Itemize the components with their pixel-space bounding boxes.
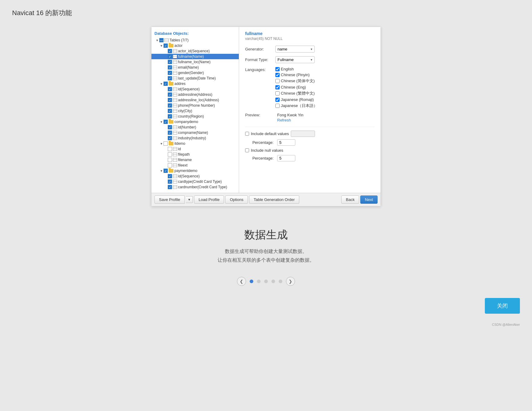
- default-percentage-input[interactable]: [277, 139, 295, 146]
- include-null-checkbox[interactable]: [245, 148, 249, 152]
- tree-checkbox-cardtype[interactable]: ✓: [168, 180, 172, 184]
- tree-checkbox-addressline_loc[interactable]: ✓: [168, 98, 172, 102]
- format-type-select[interactable]: Fullname: [275, 56, 315, 63]
- lang-checkbox-lang-english[interactable]: [275, 67, 280, 71]
- tree-arrow-companydemo: ▼: [160, 120, 164, 124]
- pagination-next-arrow[interactable]: ❯: [286, 277, 295, 286]
- tree-arrow-actor: ▼: [160, 44, 164, 47]
- tree-checkbox-pay_id[interactable]: ✓: [168, 174, 172, 178]
- include-default-checkbox[interactable]: [245, 132, 249, 136]
- table-icon-city: [173, 109, 177, 113]
- lang-checkbox-lang-chinese-traditional[interactable]: [275, 91, 280, 95]
- null-percentage-input[interactable]: [277, 155, 295, 161]
- lang-checkbox-lang-chinese-pinyin[interactable]: [275, 73, 280, 77]
- tree-checkbox-filepath[interactable]: [168, 152, 172, 157]
- tree-checkbox-gender[interactable]: ✓: [168, 71, 172, 75]
- tree-checkbox-industry[interactable]: ✓: [168, 136, 172, 140]
- tree-item-industry[interactable]: ✓industry(Industry): [151, 135, 239, 141]
- tree-item-gender[interactable]: ✓gender(Gender): [151, 70, 239, 76]
- tree-item-addressline[interactable]: ✓addressline(Address): [151, 92, 239, 97]
- page-dot-4[interactable]: [271, 280, 275, 283]
- tree-checkbox-cardnumber[interactable]: ✓: [168, 185, 172, 189]
- tree-checkbox-filename[interactable]: [168, 158, 172, 162]
- bottom-section: 数据生成 数据生成可帮助你创建大量测试数据。 让你在相互关联的多个表中创建复杂的…: [0, 215, 532, 298]
- tree-checkbox-phone[interactable]: ✓: [168, 103, 172, 108]
- default-percentage-row: Percentage:: [245, 139, 375, 146]
- tree-checkbox-compname[interactable]: ✓: [168, 131, 172, 135]
- close-button[interactable]: 关闭: [485, 298, 520, 314]
- tree-checkbox-it_id[interactable]: [168, 147, 172, 151]
- tree-item-actor[interactable]: ▼✓actor: [151, 43, 239, 48]
- default-color-input[interactable]: [291, 131, 315, 137]
- tree-item-itdemo[interactable]: ▼itdemo: [151, 141, 239, 146]
- table-gen-order-button[interactable]: Table Generation Order: [249, 196, 299, 204]
- page-dot-3[interactable]: [264, 280, 268, 283]
- tree-item-fullname[interactable]: ✓fullname(Name): [151, 54, 239, 59]
- tree-item-filename[interactable]: filename: [151, 157, 239, 163]
- null-percentage-row: Percentage:: [245, 155, 375, 161]
- tree-item-filepath[interactable]: filepath: [151, 152, 239, 157]
- tree-item-addressline_loc[interactable]: ✓addressline_loc(Address): [151, 97, 239, 103]
- lang-checkbox-lang-chinese-eng[interactable]: [275, 85, 280, 89]
- options-button[interactable]: Options: [225, 196, 248, 204]
- format-type-select-wrapper[interactable]: Fullname: [275, 56, 315, 63]
- tree-item-tables-root[interactable]: ▼—Tables (7/7): [151, 37, 239, 43]
- page-dot-2[interactable]: [257, 280, 261, 283]
- tree-checkbox-addr_id[interactable]: ✓: [168, 87, 172, 91]
- languages-row: Languages: EnglishChinese (Pinyin)Chines…: [245, 67, 375, 108]
- folder-icon-itdemo: [169, 142, 174, 145]
- tree-checkbox-email[interactable]: ✓: [168, 65, 172, 70]
- tree-checkbox-actor[interactable]: ✓: [164, 44, 168, 48]
- tree-checkbox-tables-root[interactable]: —: [159, 38, 164, 42]
- load-profile-button[interactable]: Load Profile: [194, 196, 224, 204]
- tree-item-phone[interactable]: ✓phone(Phone Number): [151, 103, 239, 108]
- tree-item-cardnumber[interactable]: ✓cardnumber(Credit Card Type): [151, 184, 239, 190]
- tree-item-email[interactable]: ✓email(Name): [151, 65, 239, 70]
- tree-item-addres[interactable]: ▼✓addres: [151, 81, 239, 86]
- languages-label: Languages:: [245, 67, 275, 72]
- generator-select[interactable]: name: [275, 46, 315, 53]
- tree-item-city[interactable]: ✓city(City): [151, 108, 239, 114]
- tree-checkbox-addres[interactable]: ✓: [164, 82, 168, 86]
- tree-checkbox-itdemo[interactable]: [164, 141, 168, 146]
- page-dot-5[interactable]: [279, 280, 282, 283]
- tree-checkbox-addressline[interactable]: ✓: [168, 92, 172, 97]
- tree-item-comp_id[interactable]: ✓id(Number): [151, 125, 239, 130]
- tree-checkbox-actor_id[interactable]: ✓: [168, 49, 172, 53]
- tree-item-last_update[interactable]: ✓last_update(Date Time): [151, 76, 239, 81]
- save-profile-dropdown-button[interactable]: ▼: [186, 196, 193, 203]
- tree-checkbox-fullname[interactable]: ✓: [168, 54, 172, 59]
- tree-item-fileext[interactable]: fileext: [151, 163, 239, 168]
- tree-item-country[interactable]: ✓country(Region): [151, 114, 239, 119]
- page-dot-1[interactable]: [250, 280, 253, 283]
- refresh-link[interactable]: Refresh: [277, 118, 303, 122]
- tree-checkbox-fullname_loc[interactable]: ✓: [168, 60, 172, 64]
- lang-checkbox-lang-chinese-simplified[interactable]: [275, 79, 280, 83]
- tree-item-companydemo[interactable]: ▼✓companydemo: [151, 119, 239, 125]
- pagination-prev-arrow[interactable]: ❮: [237, 277, 246, 286]
- tree-checkbox-companydemo[interactable]: ✓: [164, 120, 168, 124]
- save-profile-button[interactable]: Save Profile: [154, 196, 185, 204]
- tree-item-cardtype[interactable]: ✓cardtype(Credit Card Type): [151, 179, 239, 184]
- tree-item-pay_id[interactable]: ✓id(Sequence): [151, 173, 239, 179]
- tree-checkbox-last_update[interactable]: ✓: [168, 76, 172, 80]
- tree-item-fullname_loc[interactable]: ✓fullname_loc(Name): [151, 59, 239, 65]
- table-icon-addressline: [173, 93, 177, 96]
- tree-item-it_id[interactable]: id: [151, 146, 239, 152]
- tree-item-addr_id[interactable]: ✓id(Sequence): [151, 86, 239, 92]
- back-button[interactable]: Back: [341, 196, 359, 204]
- generator-select-wrapper[interactable]: name: [275, 46, 315, 53]
- tree-checkbox-comp_id[interactable]: ✓: [168, 125, 172, 129]
- lang-checkbox-lang-japanese-romaji[interactable]: [275, 98, 280, 102]
- lang-checkbox-lang-japanese-kana[interactable]: [275, 104, 280, 108]
- tree-checkbox-paymentdemo[interactable]: ✓: [164, 169, 168, 173]
- tree-item-actor_id[interactable]: ✓actor_id(Sequence): [151, 48, 239, 54]
- tree-item-paymentdemo[interactable]: ▼✓paymentdemo: [151, 168, 239, 173]
- tree-checkbox-fileext[interactable]: [168, 163, 172, 167]
- dialog-body: Database Objects: ▼—Tables (7/7)▼✓actor✓…: [151, 27, 381, 193]
- next-button[interactable]: Next: [360, 196, 378, 204]
- credit-text: CSDN @AllenAker: [0, 323, 532, 329]
- tree-checkbox-city[interactable]: ✓: [168, 109, 172, 113]
- tree-item-compname[interactable]: ✓compname(Name): [151, 130, 239, 135]
- tree-checkbox-country[interactable]: ✓: [168, 114, 172, 118]
